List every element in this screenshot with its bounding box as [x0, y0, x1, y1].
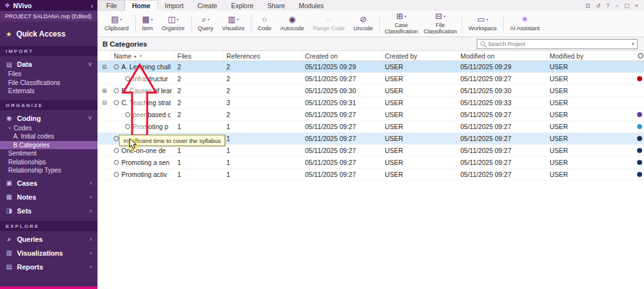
sidebar-item-notes[interactable]: ▦Notes› — [0, 191, 97, 203]
color-column-icon — [638, 53, 643, 59]
code-color-dot — [637, 160, 642, 165]
code-node-icon — [114, 88, 119, 93]
window-control-icon[interactable]: ? — [606, 3, 609, 9]
column-header-color — [635, 51, 644, 60]
sidebar-item-b-categories[interactable]: B Categories — [0, 141, 97, 150]
tab-file[interactable]: File — [99, 0, 125, 11]
table-row[interactable]: ⊟C. Teaching strat2305/11/2025 09:31USER… — [97, 97, 644, 109]
chevron-right-icon: › — [90, 235, 92, 242]
table-row[interactable]: Promoting a sen1105/11/2025 09:27USER05/… — [97, 157, 644, 169]
column-header-created-by[interactable]: Created by — [382, 51, 458, 60]
ribbon-visualize-button[interactable]: ▥▾Visualize — [218, 12, 249, 35]
sidebar-item-data[interactable]: ▤Data˅ — [0, 59, 97, 70]
cell-files: 1 — [175, 159, 224, 166]
sidebar-item-queries[interactable]: ⌕Queries› — [0, 234, 97, 245]
ribbon-group-label: Organize — [162, 26, 185, 32]
chevron-down-icon: ▾ — [120, 18, 122, 22]
filter-icon[interactable]: ▼ — [139, 54, 143, 58]
table-row[interactable]: ⊟A. Learning chall2205/11/2025 09:29USER… — [97, 61, 644, 73]
ribbon-autocode-button[interactable]: ◉Autocode — [275, 12, 308, 35]
tab-create[interactable]: Create — [191, 0, 225, 11]
ribbon-code-button[interactable]: ○Code — [253, 12, 276, 35]
column-header-modified-by[interactable]: Modified by — [547, 51, 635, 60]
ribbon-organize-button[interactable]: ◫▾Organize — [157, 12, 189, 35]
content-header: B Categories Search Project ▾ — [97, 37, 644, 51]
window-control-icon[interactable]: × — [635, 3, 638, 9]
sidebar-item-externals[interactable]: Externals — [0, 87, 97, 96]
table-row[interactable]: Infrastructur2205/11/2025 09:27USER05/11… — [97, 73, 644, 85]
app-title: NVivo — [13, 2, 32, 9]
item-icon: ▦▾ — [142, 15, 153, 25]
table-row[interactable]: Promoting p1105/11/2025 09:27USER05/11/2… — [97, 121, 644, 133]
sort-ascending-icon: ▲ — [133, 54, 137, 58]
ribbon-query-button[interactable]: ⌕▾Query — [194, 12, 218, 35]
reports-icon: ▤ — [6, 263, 13, 270]
cell-files: 1 — [175, 135, 224, 142]
window-control-icon[interactable]: − — [615, 3, 618, 9]
table-row[interactable]: ⊞B. Causes of lear2205/11/2025 09:30USER… — [97, 85, 644, 97]
sidebar-item-a-initial-codes[interactable]: A. Initial codes — [0, 132, 97, 141]
sidebar-item-cases[interactable]: ▣Cases› — [0, 178, 97, 189]
cell-created_by: USER — [382, 159, 458, 166]
cell-color — [635, 76, 644, 81]
cell-color — [635, 160, 644, 165]
sidebar-item-visualizations[interactable]: ▥Visualizations› — [0, 247, 97, 259]
tab-home[interactable]: Home — [125, 0, 158, 11]
tab-import[interactable]: Import — [158, 0, 191, 11]
sidebar-item-reports[interactable]: ▤Reports› — [0, 261, 97, 273]
ribbon-ai-assistant-button[interactable]: ✳AI Assistant — [506, 12, 544, 35]
sidebar-item-quick-access[interactable]: ★ Quick Access — [0, 26, 97, 42]
ribbon-uncode-button[interactable]: ⊘Uncode — [349, 12, 377, 35]
ribbon-group-label: Workspace — [469, 26, 497, 32]
ai-assistant-icon: ✳ — [521, 15, 528, 25]
column-header-files[interactable]: Files — [175, 51, 224, 60]
table-row[interactable]: Promoting activ1105/11/2025 09:27USER05/… — [97, 169, 644, 181]
sidebar-collapse-icon[interactable]: ‹ — [91, 2, 93, 9]
sidebar-item-relationships[interactable]: Relationships — [0, 158, 97, 167]
column-header-references[interactable]: References — [224, 51, 303, 60]
tab-share[interactable]: Share — [260, 0, 292, 11]
section-label-explore: EXPLORE — [0, 221, 97, 231]
column-header-modified-on[interactable]: Modified on — [458, 51, 547, 60]
ribbon-separator — [503, 14, 504, 33]
cell-created_on: 05/11/2025 09:27 — [303, 75, 382, 82]
window-control-icon[interactable]: ▢ — [624, 3, 630, 9]
table-row[interactable]: One-on-one de1105/11/2025 09:27USER05/11… — [97, 145, 644, 157]
chevron-down-icon[interactable]: ▾ — [631, 42, 634, 47]
column-header-created-on[interactable]: Created on — [303, 51, 382, 60]
ribbon-workspace-button[interactable]: ▭▾Workspace — [464, 12, 501, 35]
titlebar: ❖ NVivo ‹ — [0, 0, 97, 11]
sidebar-item-sets[interactable]: ◨Sets› — [0, 205, 97, 217]
sidebar-item-relationship-types[interactable]: Relationship Types — [0, 166, 97, 175]
tab-explore[interactable]: Explore — [224, 0, 260, 11]
code-node-icon — [114, 148, 119, 153]
ribbon-group-label: File Classification — [424, 23, 457, 35]
ribbon-item-button[interactable]: ▦▾Item — [138, 12, 158, 35]
code-color-dot — [637, 172, 642, 177]
chevron-down-icon: ▾ — [237, 18, 239, 22]
collapse-icon[interactable]: ⊟ — [97, 64, 111, 70]
search-input[interactable]: Search Project ▾ — [477, 39, 638, 49]
code-color-dot — [637, 112, 642, 117]
sidebar-item-file-classifications[interactable]: File Classifications — [0, 79, 97, 88]
collapse-icon[interactable]: ⊟ — [97, 99, 111, 106]
nvivo-logo-icon: ❖ — [4, 2, 10, 9]
table-row[interactable]: peer based c2205/11/2025 09:27USER05/11/… — [97, 109, 644, 121]
sidebar-item-codes[interactable]: ˅Codes — [0, 124, 97, 133]
ribbon-clipboard-button[interactable]: ▤▾Clipboard — [100, 12, 133, 35]
sidebar-item-coding[interactable]: ◉Coding˅ — [0, 113, 97, 124]
ribbon-file-classification-button[interactable]: ⊟▾File Classification — [421, 12, 460, 35]
sidebar-item-sentiment[interactable]: Sentiment — [0, 149, 97, 158]
cell-files: 2 — [175, 87, 224, 94]
window-control-icon[interactable]: ⊡ — [586, 3, 591, 9]
window-control-icon[interactable]: ↺ — [596, 3, 601, 9]
expand-icon[interactable]: ⊞ — [97, 88, 111, 94]
chevron-down-icon: ˅ — [88, 61, 92, 68]
chevron-right-icon: › — [90, 179, 92, 186]
table-row[interactable]: 1105/11/2025 09:27USER05/11/2025 09:27US… — [97, 133, 644, 145]
tab-modules[interactable]: Modules — [292, 0, 331, 11]
cell-name: B. Causes of lear — [111, 87, 175, 94]
sidebar-item-files[interactable]: Files — [0, 70, 97, 79]
column-header-name[interactable]: Name▲▼ — [111, 51, 175, 60]
ribbon-case-classification-button[interactable]: ⊞▾Case Classification — [382, 12, 421, 35]
